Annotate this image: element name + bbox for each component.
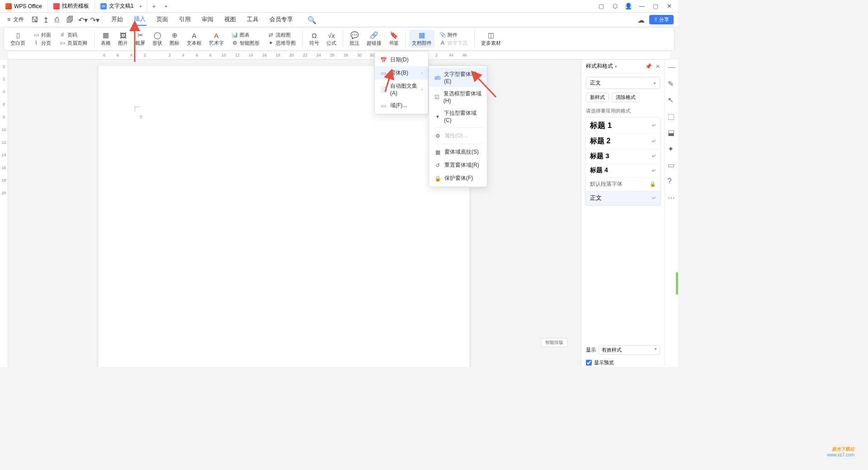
menu-bar: ≡ 文件 🖫 ↥ ⎙ 🗐 ↶▾ ↷▾ 开始 插入 页面 引用 审阅 视图 工具 … bbox=[0, 13, 678, 26]
menu-date[interactable]: 📅日期(D) bbox=[375, 53, 428, 66]
select-tool-icon[interactable]: ⬚ bbox=[668, 112, 676, 120]
style-heading4[interactable]: 标题 4↵ bbox=[585, 164, 660, 178]
undo-icon[interactable]: ↶▾ bbox=[78, 16, 85, 23]
maximize-button[interactable]: ▢ bbox=[652, 3, 659, 10]
tab-document[interactable]: W 文字文稿1 • bbox=[95, 0, 148, 12]
comment-button[interactable]: 💬批注 bbox=[347, 30, 362, 47]
menu-protect-form[interactable]: 🔒保护窗体(F) bbox=[429, 172, 487, 185]
tab-wps-office[interactable]: WPS Office bbox=[0, 0, 48, 12]
ribbon-insert: ▯空白页 ▭封面 ⌇分页 #页码 ▭页眉页脚 ▦表格 🖼图片 ✂截屏 ◯形状 ⊕… bbox=[4, 27, 675, 51]
smart-layout-button[interactable]: 智能排版 bbox=[541, 338, 567, 347]
panel-close-icon[interactable]: ✕ bbox=[656, 63, 660, 70]
horizontal-ruler[interactable]: 8 6 4 2 2 4 6 8 10 12 14 16 18 20 22 24 … bbox=[8, 52, 670, 60]
panel-dropdown-icon[interactable]: ▾ bbox=[615, 64, 617, 69]
symbol-button[interactable]: Ω符号 bbox=[307, 30, 322, 47]
close-button[interactable]: ✕ bbox=[665, 3, 673, 10]
pen-tool-icon[interactable]: ✎ bbox=[668, 80, 676, 88]
cube-icon[interactable]: ⬡ bbox=[611, 3, 618, 10]
picture-button[interactable]: 🖼图片 bbox=[115, 30, 131, 47]
blank-page-button[interactable]: ▯空白页 bbox=[8, 30, 28, 47]
text-field-icon: ab bbox=[434, 75, 440, 81]
reader-icon[interactable]: ▭ bbox=[668, 161, 676, 169]
new-style-button[interactable]: 新样式 bbox=[586, 93, 609, 102]
tab-review[interactable]: 审阅 bbox=[201, 14, 214, 25]
tab-templates[interactable]: 找稻壳模板 bbox=[48, 0, 95, 12]
pagebreak-button[interactable]: ⌇分页 bbox=[32, 39, 52, 47]
pin-icon[interactable]: 📌 bbox=[645, 63, 652, 70]
tab-close-icon[interactable]: • bbox=[139, 3, 142, 10]
show-filter-select[interactable]: 有效样式 ▾ bbox=[599, 345, 660, 355]
cover-button[interactable]: ▭封面 bbox=[32, 31, 52, 39]
current-style-select[interactable]: 正文 ▾ bbox=[586, 77, 660, 89]
wordart-button[interactable]: A艺术字 bbox=[206, 30, 226, 47]
preview-checkbox[interactable] bbox=[586, 360, 592, 366]
shape-button[interactable]: ◯形状 bbox=[150, 30, 165, 47]
docparts-button[interactable]: ▦文档部件 bbox=[409, 30, 434, 48]
menu-formfield-property: ⚙属性(O)... bbox=[429, 129, 487, 142]
vertical-scrollbar[interactable] bbox=[676, 272, 678, 295]
tab-insert[interactable]: 插入 bbox=[133, 13, 146, 26]
hyperlink-button[interactable]: 🔗超链接 bbox=[364, 30, 384, 47]
menu-dropdown-formfield[interactable]: ▾下拉型窗体域(C) bbox=[429, 107, 487, 126]
pointer-tool-icon[interactable]: ↖ bbox=[668, 96, 676, 104]
print-icon[interactable]: ⎙ bbox=[55, 16, 62, 23]
book-icon[interactable]: ▢ bbox=[598, 3, 605, 10]
more-tools-icon[interactable]: ⋯ bbox=[668, 193, 676, 202]
clear-format-button[interactable]: 清除格式 bbox=[612, 93, 640, 102]
menu-text-formfield[interactable]: ab文字型窗体域(E) bbox=[429, 68, 487, 87]
document-canvas[interactable]: ⠿ 智能排版 bbox=[8, 60, 581, 367]
search-icon[interactable]: 🔍 bbox=[307, 16, 315, 23]
minimize-button[interactable]: — bbox=[638, 3, 646, 10]
textbox-button[interactable]: A文本框 bbox=[184, 30, 204, 47]
bookmark-button[interactable]: 🔖书签 bbox=[386, 30, 401, 47]
flowchart-button[interactable]: ⇄流程图 bbox=[266, 31, 297, 39]
table-button[interactable]: ▦表格 bbox=[98, 30, 113, 47]
tab-dropdown-icon[interactable]: ▾ bbox=[160, 4, 172, 9]
menu-field[interactable]: ▭域(F)... bbox=[375, 99, 428, 112]
tab-reference[interactable]: 引用 bbox=[178, 14, 192, 25]
vertical-ruler[interactable]: 2 2 4 6 8 10 12 14 16 18 20 bbox=[0, 60, 8, 367]
tab-view[interactable]: 视图 bbox=[223, 14, 237, 25]
screenshot-button[interactable]: ✂截屏 bbox=[132, 30, 148, 47]
header-footer-button[interactable]: ▭页眉页脚 bbox=[58, 39, 89, 47]
style-heading2[interactable]: 标题 2↵ bbox=[585, 134, 660, 149]
tab-member[interactable]: 会员专享 bbox=[269, 14, 294, 25]
attachment-button[interactable]: 📎附件 bbox=[438, 31, 469, 39]
print-preview-icon[interactable]: 🗐 bbox=[66, 16, 74, 23]
redo-icon[interactable]: ↷▾ bbox=[90, 16, 97, 23]
user-avatar-icon[interactable]: 👤 bbox=[625, 3, 632, 10]
style-heading1[interactable]: 标题 1↵ bbox=[585, 118, 660, 134]
dropcap-button[interactable]: A首字下沉 bbox=[438, 39, 469, 47]
style-heading3[interactable]: 标题 3↵ bbox=[585, 149, 660, 164]
mindmap-button[interactable]: ✦思维导图 bbox=[266, 39, 297, 47]
export-icon[interactable]: ↥ bbox=[43, 16, 50, 23]
effects-icon[interactable]: ✦ bbox=[668, 145, 676, 153]
style-list: 标题 1↵ 标题 2↵ 标题 3↵ 标题 4↵ 默认段落字体🔒 正文↵ bbox=[585, 117, 661, 206]
icon-button[interactable]: ⊕图标 bbox=[167, 30, 182, 47]
save-icon[interactable]: 🖫 bbox=[31, 16, 38, 23]
menu-form-shading[interactable]: ▦窗体域底纹(S) bbox=[429, 146, 487, 159]
tab-page[interactable]: 页面 bbox=[156, 14, 169, 25]
form-submenu: ab文字型窗体域(E) ☑复选框型窗体域(H) ▾下拉型窗体域(C) ⚙属性(O… bbox=[429, 66, 487, 187]
menu-form[interactable]: ▭窗体(B)› bbox=[375, 66, 428, 80]
tab-start[interactable]: 开始 bbox=[110, 14, 124, 25]
tab-tool[interactable]: 工具 bbox=[246, 14, 259, 25]
chevron-right-icon: › bbox=[421, 70, 423, 75]
menu-autotext[interactable]: 📄自动图文集(A)› bbox=[375, 80, 428, 99]
more-material-button[interactable]: ◫更多素材 bbox=[478, 30, 504, 47]
menu-reset-form[interactable]: ↺重置窗体域(R) bbox=[429, 159, 487, 172]
smartart-button[interactable]: ⚙智能图形 bbox=[230, 39, 261, 47]
new-tab-button[interactable]: + bbox=[147, 3, 160, 10]
share-button[interactable]: ⇪ 分享 bbox=[649, 15, 674, 24]
cloud-icon[interactable]: ☁ bbox=[637, 16, 645, 23]
layers-icon[interactable]: ⬓ bbox=[668, 128, 676, 136]
collapse-sidebar-icon[interactable]: — bbox=[668, 63, 675, 71]
chart-button[interactable]: 📊图表 bbox=[230, 31, 261, 39]
style-normal[interactable]: 正文↵ bbox=[585, 191, 660, 205]
file-menu[interactable]: ≡ 文件 bbox=[5, 16, 27, 24]
menu-checkbox-formfield[interactable]: ☑复选框型窗体域(H) bbox=[429, 87, 487, 107]
style-default-font[interactable]: 默认段落字体🔒 bbox=[585, 178, 660, 191]
equation-button[interactable]: √x公式 bbox=[324, 30, 339, 47]
help-icon[interactable]: ? bbox=[668, 177, 676, 185]
pagenum-button[interactable]: #页码 bbox=[58, 31, 89, 39]
